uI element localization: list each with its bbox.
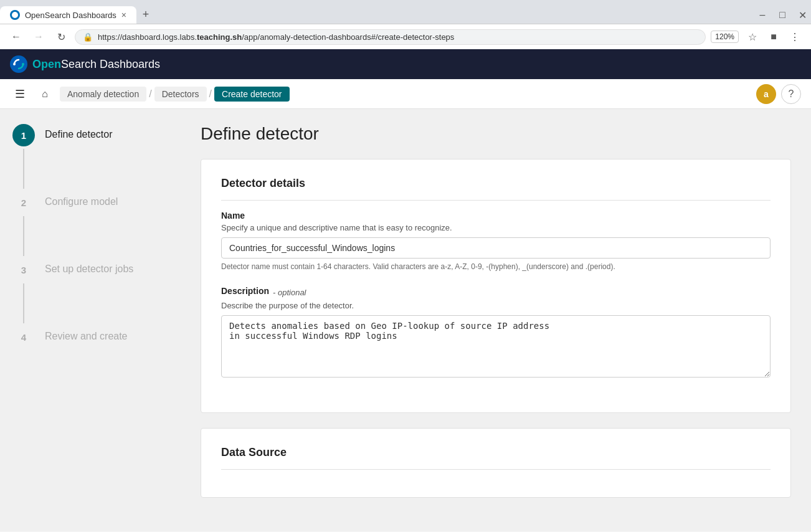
step-2-label: Configure model bbox=[45, 191, 118, 207]
header-right: a ? bbox=[756, 84, 801, 104]
address-bar[interactable]: https://dashboard.logs.labs.teaching.sh/… bbox=[98, 32, 698, 42]
step-1: 1 Define detector bbox=[12, 124, 168, 191]
breadcrumb: Anomaly detection / Detectors / Create d… bbox=[60, 87, 751, 102]
name-help: Detector name must contain 1-64 characte… bbox=[221, 262, 771, 271]
svg-point-2 bbox=[13, 63, 16, 65]
step-3-circle: 3 bbox=[12, 259, 35, 281]
hamburger-menu-button[interactable]: ☰ bbox=[10, 84, 30, 104]
name-label: Name bbox=[221, 211, 771, 221]
help-button[interactable]: ? bbox=[781, 84, 801, 104]
breadcrumb-anomaly-detection[interactable]: Anomaly detection bbox=[60, 87, 146, 102]
app-logo-text: OpenSearch Dashboards bbox=[32, 58, 160, 71]
detector-details-title: Detector details bbox=[221, 177, 771, 201]
tab-close-button[interactable]: × bbox=[121, 10, 126, 20]
description-label: Description bbox=[221, 286, 269, 296]
step-1-label: Define detector bbox=[45, 124, 113, 140]
description-input[interactable]: Detects anomalies based on Geo IP-lookup… bbox=[221, 315, 771, 378]
reload-button[interactable]: ↻ bbox=[52, 28, 70, 45]
detector-details-card: Detector details Name Specify a unique a… bbox=[201, 159, 791, 413]
step-4-label: Review and create bbox=[45, 326, 128, 342]
description-field-group: Description - optional Describe the purp… bbox=[221, 286, 771, 380]
step-3-label: Set up detector jobs bbox=[45, 259, 133, 275]
window-close-button[interactable]: ✕ bbox=[794, 6, 811, 24]
description-hint: Describe the purpose of the detector. bbox=[221, 301, 771, 310]
data-source-card: Data Source bbox=[201, 428, 791, 498]
menu-button[interactable]: ⋮ bbox=[786, 28, 804, 45]
svg-point-3 bbox=[22, 63, 24, 65]
zoom-level: 120% bbox=[711, 31, 739, 43]
step-3: 3 Set up detector jobs bbox=[12, 259, 168, 326]
steps-sidebar: 1 Define detector 2 Configure model 3 bbox=[0, 109, 181, 531]
opensearch-logo-icon bbox=[10, 55, 27, 73]
step-4-circle: 4 bbox=[12, 326, 35, 348]
extensions-button[interactable]: ■ bbox=[765, 28, 782, 45]
breadcrumb-detectors[interactable]: Detectors bbox=[154, 87, 207, 102]
user-avatar[interactable]: a bbox=[756, 84, 776, 104]
app-header: OpenSearch Dashboards bbox=[0, 49, 811, 79]
breadcrumb-create-detector[interactable]: Create detector bbox=[214, 87, 290, 102]
name-input[interactable] bbox=[221, 237, 771, 259]
tab-favicon bbox=[10, 10, 20, 20]
svg-point-0 bbox=[12, 12, 18, 18]
name-hint: Specify a unique and descriptive name th… bbox=[221, 223, 771, 232]
breadcrumb-sep-1: / bbox=[149, 88, 151, 100]
data-source-title: Data Source bbox=[221, 446, 771, 470]
window-maximize-button[interactable]: □ bbox=[774, 6, 791, 24]
tab-title: OpenSearch Dashboards bbox=[25, 11, 116, 20]
window-minimize-button[interactable]: – bbox=[754, 6, 771, 24]
new-tab-button[interactable]: + bbox=[136, 5, 155, 24]
step-1-circle: 1 bbox=[12, 124, 35, 146]
url-domain: teaching.sh bbox=[197, 32, 242, 42]
step-line-3 bbox=[23, 283, 24, 323]
step-4: 4 Review and create bbox=[12, 326, 168, 348]
home-button[interactable]: ⌂ bbox=[35, 84, 55, 104]
bookmark-button[interactable]: ☆ bbox=[744, 28, 761, 45]
content-area: Define detector Detector details Name Sp… bbox=[181, 109, 811, 531]
forward-button[interactable]: → bbox=[30, 28, 47, 45]
lock-icon: 🔒 bbox=[83, 32, 93, 42]
app-logo: OpenSearch Dashboards bbox=[10, 55, 160, 73]
step-2: 2 Configure model bbox=[12, 191, 168, 259]
step-line-1 bbox=[23, 149, 24, 189]
back-button[interactable]: ← bbox=[7, 28, 25, 45]
step-2-circle: 2 bbox=[12, 191, 35, 214]
top-nav: ☰ ⌂ Anomaly detection / Detectors / Crea… bbox=[0, 79, 811, 109]
name-field-group: Name Specify a unique and descriptive na… bbox=[221, 211, 771, 271]
description-optional: - optional bbox=[273, 288, 306, 297]
step-line-2 bbox=[23, 216, 24, 256]
page-title: Define detector bbox=[201, 124, 791, 144]
breadcrumb-sep-2: / bbox=[209, 88, 212, 100]
svg-point-1 bbox=[10, 55, 27, 73]
